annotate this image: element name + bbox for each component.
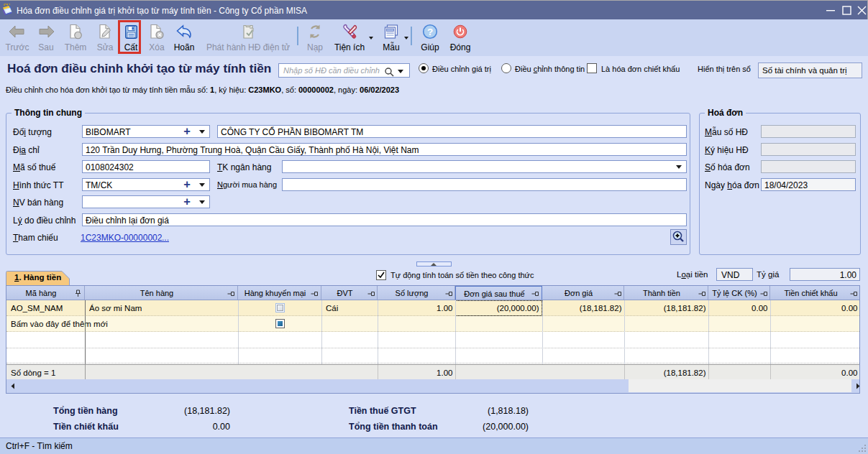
svg-text:?: ? <box>427 27 433 37</box>
